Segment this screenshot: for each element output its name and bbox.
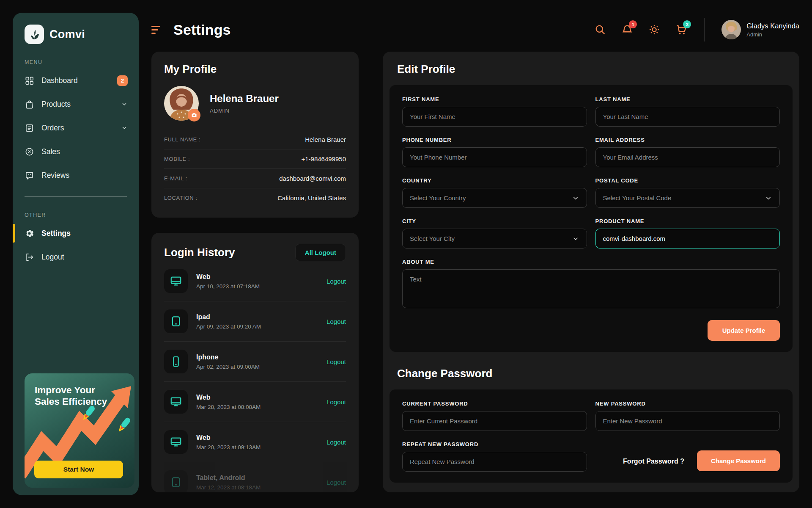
dashboard-grid-icon: [25, 76, 34, 86]
login-time: Apr 02, 2023 at 09:00AM: [196, 364, 260, 370]
current-password-label: CURRENT PASSWORD: [402, 400, 587, 407]
edit-profile-form: FIRST NAME LAST NAME PHONE NUMBER EMAIL …: [390, 85, 793, 352]
login-time: Apr 10, 2023 at 07:18AM: [196, 283, 260, 290]
change-password-title: Change Password: [397, 367, 793, 380]
chevron-down-icon[interactable]: [121, 124, 128, 131]
theme-sun-icon[interactable]: [648, 24, 660, 36]
logout-link[interactable]: Logout: [326, 479, 346, 486]
logo: Comvi: [13, 13, 139, 44]
product-name-group: PRODUCT NAME: [595, 218, 780, 248]
login-time: Mar 12, 2023 at 08:18AM: [196, 484, 261, 491]
profile-role-badge: ADMIN: [210, 108, 279, 114]
promo-title: Improve Your Sales Efficiency: [35, 384, 126, 407]
sidebar-item-label: Settings: [41, 229, 71, 238]
change-password-button[interactable]: Change Password: [697, 450, 780, 471]
change-photo-button[interactable]: [188, 109, 200, 121]
menu-section-label: MENU: [25, 59, 139, 65]
device-name: Iphone: [196, 353, 260, 361]
start-now-button[interactable]: Start Now: [34, 461, 123, 478]
product-name-field[interactable]: [595, 229, 780, 248]
last-name-label: LAST NAME: [595, 96, 780, 102]
device-name: Web: [196, 273, 260, 281]
new-password-field[interactable]: [595, 411, 780, 431]
login-time: Apr 09, 2023 at 09:20 AM: [196, 323, 261, 330]
info-label: E-MAIL :: [164, 175, 187, 182]
notifications-bell-icon[interactable]: 1: [621, 24, 633, 36]
repeat-password-field[interactable]: [402, 452, 587, 472]
user-menu[interactable]: Gladys Kanyinda Admin: [721, 20, 799, 39]
last-name-group: LAST NAME: [595, 96, 780, 127]
login-history-row: Iphone Apr 02, 2023 at 09:00AM Logout: [164, 341, 346, 381]
profile-info-row: E-MAIL : dashboard@comvi.com: [164, 168, 346, 188]
user-name: Gladys Kanyinda: [746, 22, 799, 30]
about-me-label: ABOUT ME: [402, 259, 780, 265]
login-history-row: Web Mar 20, 2023 at 09:13AM Logout: [164, 422, 346, 462]
sidebar-item-sales[interactable]: Sales: [13, 140, 139, 163]
sidebar-item-products[interactable]: Products: [13, 92, 139, 116]
camera-icon: [191, 112, 197, 118]
monitor-icon: [164, 269, 188, 293]
profile-name: Helena Brauer: [210, 93, 279, 105]
logout-link[interactable]: Logout: [326, 318, 346, 325]
about-me-field[interactable]: [402, 269, 780, 308]
email-field[interactable]: [595, 147, 780, 167]
logout-link[interactable]: Logout: [326, 278, 346, 285]
current-password-field[interactable]: [402, 411, 587, 431]
user-role: Admin: [746, 31, 799, 38]
logout-link[interactable]: Logout: [326, 398, 346, 406]
sidebar-item-logout[interactable]: Logout: [13, 245, 139, 269]
chevron-down-icon: [765, 194, 772, 202]
sidebar-item-settings[interactable]: Settings: [13, 221, 139, 245]
sidebar-item-label: Products: [41, 100, 71, 109]
phone-group: PHONE NUMBER: [402, 137, 587, 167]
profile-info-row: FULL NAME : Helena Brauer: [164, 130, 346, 149]
city-select[interactable]: Select Your City: [402, 229, 587, 248]
settings-panel: Edit Profile FIRST NAME LAST NAME PHONE …: [383, 52, 799, 492]
postal-label: POSTAL CODE: [595, 177, 780, 184]
cart-icon[interactable]: 3: [675, 24, 687, 36]
all-logout-button[interactable]: All Logout: [295, 244, 346, 261]
update-profile-button[interactable]: Update Profile: [708, 320, 780, 341]
email-label: EMAIL ADDRESS: [595, 137, 780, 143]
sidebar-item-dashboard[interactable]: Dashboard 2: [13, 69, 139, 92]
info-label: LOCATION :: [164, 195, 198, 201]
postal-code-select[interactable]: Select Your Postal Code: [595, 188, 780, 208]
phone-field[interactable]: [402, 147, 587, 167]
logout-link[interactable]: Logout: [326, 439, 346, 446]
phone-label: PHONE NUMBER: [402, 137, 587, 143]
login-history-title: Login History: [164, 246, 235, 259]
country-select[interactable]: Select Your Country: [402, 188, 587, 208]
login-history-row: Web Apr 10, 2023 at 07:18AM Logout: [164, 261, 346, 301]
repeat-password-group: REPEAT NEW PASSWORD: [402, 441, 587, 472]
hamburger-menu-icon[interactable]: [151, 26, 162, 34]
chevron-down-icon[interactable]: [121, 101, 128, 108]
sidebar-item-reviews[interactable]: Reviews: [13, 163, 139, 187]
sidebar-divider: [25, 196, 127, 197]
search-icon[interactable]: [594, 24, 606, 36]
sidebar-item-label: Reviews: [41, 171, 69, 180]
chevron-down-icon: [572, 194, 579, 202]
city-group: CITY Select Your City: [402, 218, 587, 248]
first-name-field[interactable]: [402, 107, 587, 127]
info-label: MOBILE :: [164, 156, 190, 162]
chevron-down-icon: [572, 235, 579, 243]
current-password-group: CURRENT PASSWORD: [402, 400, 587, 431]
last-name-field[interactable]: [595, 107, 780, 127]
city-label: CITY: [402, 218, 587, 224]
sidebar-item-label: Dashboard: [41, 76, 78, 85]
forgot-password-link[interactable]: Forgot Password ?: [623, 458, 684, 465]
logout-icon: [25, 252, 34, 262]
country-group: COUNTRY Select Your Country: [402, 177, 587, 208]
monitor-icon: [164, 430, 188, 454]
first-name-label: FIRST NAME: [402, 96, 587, 102]
device-name: Web: [196, 394, 261, 401]
postal-group: POSTAL CODE Select Your Postal Code: [595, 177, 780, 208]
gear-icon: [25, 229, 34, 238]
login-history-card: Login History All Logout Web Apr 10, 202…: [151, 233, 359, 492]
active-indicator: [13, 224, 15, 243]
sidebar-item-orders[interactable]: Orders: [13, 116, 139, 140]
about-me-group: ABOUT ME: [402, 259, 780, 310]
logout-link[interactable]: Logout: [326, 358, 346, 365]
country-label: COUNTRY: [402, 177, 587, 184]
discount-icon: [25, 147, 34, 157]
